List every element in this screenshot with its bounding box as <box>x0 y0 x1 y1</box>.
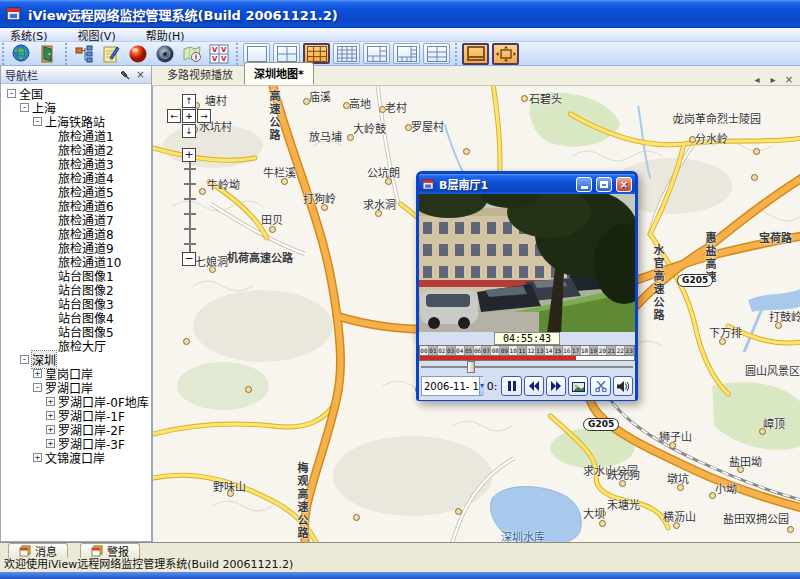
pause-button[interactable] <box>501 376 521 396</box>
hour-cell[interactable]: 06 <box>474 346 483 355</box>
hour-cell[interactable]: 08 <box>491 346 500 355</box>
document-tab[interactable]: 深圳地图* <box>244 62 314 85</box>
tree-expander-icon[interactable]: + <box>33 453 42 462</box>
hour-cell[interactable]: 10 <box>509 346 518 355</box>
fullscreen-button[interactable] <box>492 43 519 65</box>
hour-cell[interactable]: 00 <box>420 346 429 355</box>
tree-expander-icon[interactable]: + <box>33 369 42 378</box>
hour-cell[interactable]: 02 <box>438 346 447 355</box>
pan-center-button[interactable]: + <box>182 109 196 123</box>
video-window[interactable]: B层南厅1 × <box>416 171 638 401</box>
hour-cell[interactable]: 09 <box>500 346 509 355</box>
hour-cell[interactable]: 18 <box>581 346 590 355</box>
audio-button[interactable] <box>613 376 633 396</box>
hour-cell[interactable]: 12 <box>527 346 536 355</box>
pan-right-button[interactable]: → <box>197 109 211 123</box>
status-message: 欢迎使用iView远程网络监控管理系统(Build 20061121.2) <box>4 558 293 571</box>
menu-item[interactable]: 帮助(H) <box>146 27 185 43</box>
hour-timeline[interactable]: 0001020304050607080910111213141516171819… <box>419 345 635 355</box>
bottom-tab[interactable]: 警报 <box>80 543 140 558</box>
tree-expander-icon[interactable]: - <box>33 383 42 392</box>
tree-node[interactable]: 旅检大厅 <box>1 338 151 352</box>
map-label: 石碧头 <box>529 90 562 106</box>
bottom-tab[interactable]: 消息 <box>8 543 68 558</box>
hour-cell[interactable]: 13 <box>536 346 545 355</box>
tree-expander-icon[interactable]: - <box>7 89 16 98</box>
tree-expander-icon[interactable]: + <box>46 397 55 406</box>
tree-expander-icon[interactable]: - <box>20 103 29 112</box>
layout-3x3-button[interactable] <box>303 43 330 64</box>
zoom-out-button[interactable]: − <box>182 252 196 266</box>
tree-expander-icon[interactable]: - <box>20 355 29 364</box>
menu-item[interactable]: 系统(S) <box>10 27 48 43</box>
hour-cell[interactable]: 22 <box>616 346 625 355</box>
map-label: 打狗岭 <box>303 190 336 206</box>
minimize-button[interactable] <box>576 177 592 192</box>
video-window-titlebar[interactable]: B层南厅1 × <box>419 174 635 194</box>
playback-slider-track[interactable] <box>421 366 633 368</box>
video-window-body: 04:55:43 0001020304050607080910111213141… <box>419 194 635 400</box>
tree-expander-icon[interactable]: + <box>46 425 55 434</box>
hour-cell[interactable]: 21 <box>607 346 616 355</box>
layout-1plus5-button[interactable] <box>363 43 390 64</box>
rewind-button[interactable] <box>524 376 544 396</box>
layout-1x1-button[interactable] <box>243 43 270 64</box>
hour-cell[interactable]: 14 <box>545 346 554 355</box>
date-select[interactable]: 2006-11- 1 ▾ <box>421 376 483 396</box>
map-pan-control: ↑ ← + → ↓ <box>167 94 211 138</box>
menu-item[interactable]: 视图(V) <box>78 27 116 43</box>
layout-4x4-button[interactable] <box>333 43 360 64</box>
pan-left-button[interactable]: ← <box>167 109 181 123</box>
tree-expander-icon[interactable]: - <box>33 117 42 126</box>
recording-progress-fill <box>420 356 576 360</box>
tree-expander-icon[interactable]: + <box>46 439 55 448</box>
fast-forward-button[interactable] <box>546 376 566 396</box>
pin-icon[interactable] <box>118 68 131 81</box>
hour-cell[interactable]: 05 <box>465 346 474 355</box>
snapshot-button[interactable] <box>568 376 588 396</box>
hour-cell[interactable]: 19 <box>590 346 599 355</box>
tab-scroll-right-icon[interactable]: ▸ <box>766 74 780 85</box>
zoom-in-button[interactable]: + <box>182 148 196 162</box>
document-tab[interactable]: 多路视频播放 <box>158 64 242 85</box>
scissors-button[interactable] <box>590 376 610 396</box>
map-label: 狮子山 <box>659 428 692 444</box>
pan-up-button[interactable]: ↑ <box>182 94 196 108</box>
alarm-ball-icon[interactable] <box>126 43 150 65</box>
single-view-button[interactable] <box>462 43 489 65</box>
connect-globe-icon[interactable] <box>9 43 33 65</box>
hour-cell[interactable]: 01 <box>429 346 438 355</box>
close-panel-icon[interactable]: × <box>134 68 147 81</box>
map-canvas[interactable]: 塘村庙溪高地老村石碧头龙岗革命烈士陵园分水岭水坑村大岭鼓放马埔罗屋村牛栏溪牛岭坳… <box>152 86 800 542</box>
edit-log-icon[interactable] <box>99 43 123 65</box>
hour-cell[interactable]: 04 <box>456 346 465 355</box>
hour-cell[interactable]: 16 <box>563 346 572 355</box>
zoom-slider[interactable] <box>189 162 191 252</box>
playback-slider-thumb[interactable] <box>467 361 475 373</box>
map-label: 牛栏溪 <box>263 164 296 180</box>
tree-node[interactable]: + 文锦渡口岸 <box>1 450 151 464</box>
hour-cell[interactable]: 17 <box>572 346 581 355</box>
close-button[interactable]: × <box>616 177 632 192</box>
hour-cell[interactable]: 11 <box>518 346 527 355</box>
hour-cell[interactable]: 15 <box>554 346 563 355</box>
maximize-button[interactable] <box>596 177 612 192</box>
dropdown-arrow-icon[interactable]: ▾ <box>479 377 484 395</box>
pan-down-button[interactable]: ↓ <box>182 124 196 138</box>
map-label: 七娘洞 <box>195 253 228 269</box>
hour-cell[interactable]: 23 <box>625 346 634 355</box>
hour-cell[interactable]: 03 <box>447 346 456 355</box>
tab-scroll-left-icon[interactable]: ◂ <box>750 74 764 85</box>
device-tree-icon[interactable] <box>72 43 96 65</box>
layout-6split-button[interactable] <box>423 43 450 64</box>
tree-expander-icon[interactable]: + <box>46 411 55 420</box>
exit-door-icon[interactable] <box>36 43 60 65</box>
hour-cell[interactable]: 07 <box>482 346 491 355</box>
playback-slider[interactable] <box>419 361 635 373</box>
tree-node[interactable]: - 全国 <box>1 86 151 100</box>
tab-close-icon[interactable]: × <box>782 74 796 85</box>
layout-1plus7-button[interactable] <box>393 43 420 64</box>
hour-cell[interactable]: 20 <box>598 346 607 355</box>
map-label: 高速公路 <box>265 90 281 142</box>
layout-2x2-button[interactable] <box>273 43 300 64</box>
